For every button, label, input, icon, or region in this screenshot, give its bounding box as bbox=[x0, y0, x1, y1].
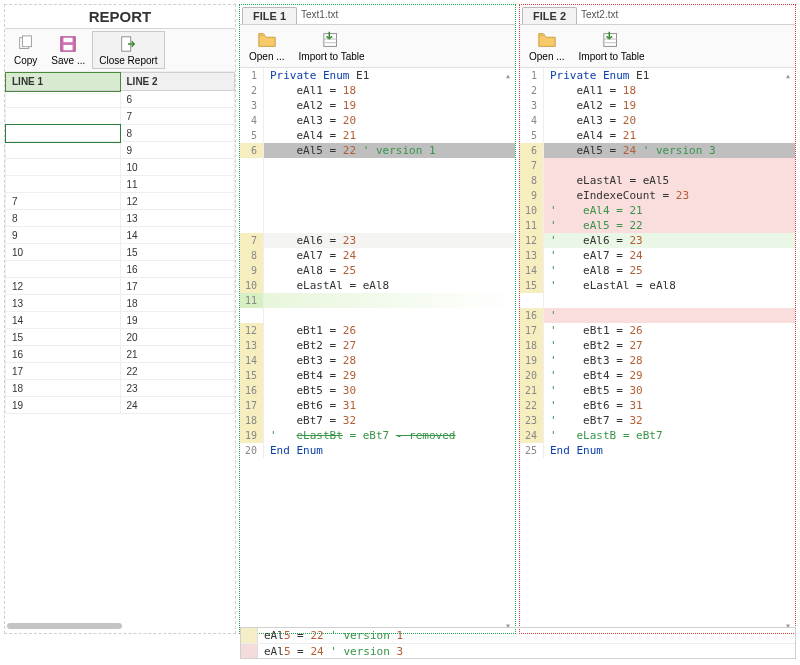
report-col2-header[interactable]: LINE 2 bbox=[120, 73, 235, 91]
report-table[interactable]: LINE 1 LINE 2 67891011712813914101516121… bbox=[5, 72, 235, 619]
code-line[interactable]: 6 eAl5 = 22 ' version 1 bbox=[240, 143, 515, 158]
file2-name: Text2.txt bbox=[581, 9, 618, 20]
code-line[interactable]: 5 eAl4 = 21 bbox=[240, 128, 515, 143]
file2-import-button[interactable]: Import to Table bbox=[572, 27, 652, 65]
code-line[interactable]: 3 eAl2 = 19 bbox=[240, 98, 515, 113]
code-line[interactable]: 18 eBt7 = 32 bbox=[240, 413, 515, 428]
table-row[interactable]: 1924 bbox=[6, 397, 235, 414]
file1-scroll-up-icon[interactable]: ▴ bbox=[505, 70, 511, 81]
table-row[interactable]: 8 bbox=[6, 125, 235, 142]
code-line[interactable]: 3 eAl2 = 19 bbox=[520, 98, 795, 113]
code-line[interactable]: 14 eBt3 = 28 bbox=[240, 353, 515, 368]
table-row[interactable]: 10 bbox=[6, 159, 235, 176]
code-line[interactable]: 15' eLastAl = eAl8 bbox=[520, 278, 795, 293]
summary-row-file2: eAl5 = 24 ' version 3 bbox=[241, 643, 795, 658]
file2-code-area[interactable]: ▴ ▾ 1Private Enum E12 eAl1 = 183 eAl2 = … bbox=[520, 68, 795, 633]
code-line[interactable]: 4 eAl3 = 20 bbox=[240, 113, 515, 128]
table-row[interactable]: 1621 bbox=[6, 346, 235, 363]
code-line[interactable]: 18' eBt2 = 27 bbox=[520, 338, 795, 353]
code-line[interactable]: 16 eBt5 = 30 bbox=[240, 383, 515, 398]
file1-code-area[interactable]: ▴ ▾ 1Private Enum E12 eAl1 = 183 eAl2 = … bbox=[240, 68, 515, 633]
copy-button[interactable]: Copy bbox=[7, 31, 44, 69]
code-line[interactable]: 17 eBt6 = 31 bbox=[240, 398, 515, 413]
code-line[interactable]: 13' eAl7 = 24 bbox=[520, 248, 795, 263]
line-content: ' eAl5 = 22 bbox=[544, 218, 795, 233]
file2-scroll-up-icon[interactable]: ▴ bbox=[785, 70, 791, 81]
report-hscrollbar[interactable] bbox=[5, 623, 235, 633]
table-row[interactable]: 11 bbox=[6, 176, 235, 193]
code-line[interactable]: 2 eAl1 = 18 bbox=[520, 83, 795, 98]
line-number bbox=[520, 293, 544, 308]
line-number: 10 bbox=[240, 278, 264, 293]
table-row[interactable]: 1318 bbox=[6, 295, 235, 312]
code-line[interactable]: 10' eAl4 = 21 bbox=[520, 203, 795, 218]
table-row[interactable]: 1015 bbox=[6, 244, 235, 261]
file1-import-button[interactable]: Import to Table bbox=[292, 27, 372, 65]
table-row[interactable]: 9 bbox=[6, 142, 235, 159]
table-row[interactable]: 1823 bbox=[6, 380, 235, 397]
table-row[interactable]: 1722 bbox=[6, 363, 235, 380]
code-line[interactable] bbox=[240, 158, 515, 173]
code-line[interactable]: 8 eAl7 = 24 bbox=[240, 248, 515, 263]
code-line[interactable]: 7 bbox=[520, 158, 795, 173]
code-line[interactable]: 6 eAl5 = 24 ' version 3 bbox=[520, 143, 795, 158]
code-line[interactable] bbox=[240, 188, 515, 203]
file1-tab[interactable]: FILE 1 bbox=[242, 7, 297, 24]
code-line[interactable]: 8 eLastAl = eAl5 bbox=[520, 173, 795, 188]
line-number: 6 bbox=[520, 143, 544, 158]
table-row[interactable]: 1520 bbox=[6, 329, 235, 346]
code-line[interactable]: 25End Enum bbox=[520, 443, 795, 458]
code-line[interactable] bbox=[240, 173, 515, 188]
line-content: Private Enum E1 bbox=[264, 68, 515, 83]
code-line[interactable] bbox=[240, 308, 515, 323]
table-row[interactable]: 7 bbox=[6, 108, 235, 125]
code-line[interactable]: 19' eBt3 = 28 bbox=[520, 353, 795, 368]
table-row[interactable]: 914 bbox=[6, 227, 235, 244]
svg-rect-9 bbox=[603, 34, 616, 47]
code-line[interactable]: 4 eAl3 = 20 bbox=[520, 113, 795, 128]
code-line[interactable]: 24' eLastB = eBt7 bbox=[520, 428, 795, 443]
code-line[interactable]: 10 eLastAl = eAl8 bbox=[240, 278, 515, 293]
table-row[interactable]: 6 bbox=[6, 91, 235, 108]
close-report-button[interactable]: Close Report bbox=[92, 31, 164, 69]
table-row[interactable]: 813 bbox=[6, 210, 235, 227]
code-line[interactable]: 14' eAl8 = 25 bbox=[520, 263, 795, 278]
code-line[interactable]: 23' eBt7 = 32 bbox=[520, 413, 795, 428]
line-content: ' eAl8 = 25 bbox=[544, 263, 795, 278]
code-line[interactable] bbox=[240, 218, 515, 233]
table-row[interactable]: 1217 bbox=[6, 278, 235, 295]
file1-open-button[interactable]: Open ... bbox=[242, 27, 292, 65]
report-col1-header[interactable]: LINE 1 bbox=[6, 73, 121, 91]
code-line[interactable]: 17' eBt1 = 26 bbox=[520, 323, 795, 338]
line-content: ' eLastBt = eBt7 - removed bbox=[264, 428, 515, 443]
line-content: ' eBt5 = 30 bbox=[544, 383, 795, 398]
code-line[interactable]: 20' eBt4 = 29 bbox=[520, 368, 795, 383]
code-line[interactable]: 1Private Enum E1 bbox=[520, 68, 795, 83]
code-line[interactable]: 9 eIndexeCount = 23 bbox=[520, 188, 795, 203]
code-line[interactable]: 7 eAl6 = 23 bbox=[240, 233, 515, 248]
code-line[interactable]: 12 eBt1 = 26 bbox=[240, 323, 515, 338]
table-row[interactable]: 16 bbox=[6, 261, 235, 278]
table-row[interactable]: 712 bbox=[6, 193, 235, 210]
code-line[interactable]: 1Private Enum E1 bbox=[240, 68, 515, 83]
code-line[interactable]: 11' eAl5 = 22 bbox=[520, 218, 795, 233]
code-line[interactable] bbox=[520, 293, 795, 308]
line-content: eAl1 = 18 bbox=[544, 83, 795, 98]
code-line[interactable]: 12' eAl6 = 23 bbox=[520, 233, 795, 248]
code-line[interactable]: 22' eBt6 = 31 bbox=[520, 398, 795, 413]
code-line[interactable]: 5 eAl4 = 21 bbox=[520, 128, 795, 143]
code-line[interactable] bbox=[240, 203, 515, 218]
code-line[interactable]: 15 eBt4 = 29 bbox=[240, 368, 515, 383]
code-line[interactable]: 19' eLastBt = eBt7 - removed bbox=[240, 428, 515, 443]
code-line[interactable]: 11 bbox=[240, 293, 515, 308]
code-line[interactable]: 20End Enum bbox=[240, 443, 515, 458]
file2-tab[interactable]: FILE 2 bbox=[522, 7, 577, 24]
code-line[interactable]: 21' eBt5 = 30 bbox=[520, 383, 795, 398]
code-line[interactable]: 16' bbox=[520, 308, 795, 323]
file2-open-button[interactable]: Open ... bbox=[522, 27, 572, 65]
code-line[interactable]: 2 eAl1 = 18 bbox=[240, 83, 515, 98]
save-button[interactable]: Save ... bbox=[44, 31, 92, 69]
code-line[interactable]: 13 eBt2 = 27 bbox=[240, 338, 515, 353]
table-row[interactable]: 1419 bbox=[6, 312, 235, 329]
code-line[interactable]: 9 eAl8 = 25 bbox=[240, 263, 515, 278]
